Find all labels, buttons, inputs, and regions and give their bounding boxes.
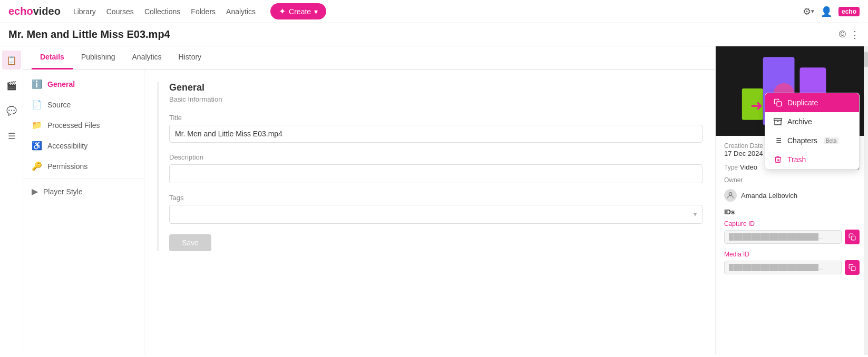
- svg-rect-10: [851, 266, 855, 271]
- dropdown-archive[interactable]: Archive: [765, 112, 859, 131]
- user-button[interactable]: 👤: [821, 6, 832, 17]
- nav-item-permissions[interactable]: 🔑 Permissions: [23, 156, 144, 176]
- icon-strip: 📋 🎬 💬 ☰: [0, 46, 23, 355]
- nav-right: ⚙ ▾ 👤 echo: [803, 6, 860, 17]
- more-options-button[interactable]: ⋮: [850, 29, 860, 41]
- ids-section: IDs Capture ID Media ID: [716, 208, 868, 287]
- page-header: Mr. Men and Little Miss E03.mp4 © ⋮: [0, 23, 868, 46]
- section-subtitle: Basic Information: [169, 95, 703, 103]
- title-group: Title: [169, 114, 703, 143]
- icon-strip-video[interactable]: 🎬: [2, 76, 21, 95]
- nav-label-accessibility: Accessibility: [47, 142, 87, 150]
- gear-icon: ⚙: [803, 6, 811, 17]
- title-label: Title: [169, 114, 703, 122]
- nav-item-general[interactable]: ℹ️ General: [23, 74, 144, 94]
- duplicate-label: Duplicate: [787, 98, 818, 107]
- person-icon: [726, 191, 735, 200]
- type-value-text: Video: [740, 163, 757, 171]
- tags-label: Tags: [169, 194, 703, 202]
- description-input[interactable]: [169, 164, 703, 183]
- nav-label-processed-files: Processed Files: [47, 121, 100, 130]
- title-input[interactable]: [169, 125, 703, 143]
- nav-folders[interactable]: Folders: [191, 7, 216, 16]
- nav-item-source[interactable]: 📄 Source: [23, 94, 144, 115]
- main-layout: 📋 🎬 💬 ☰ Details Publishing Analytics His…: [0, 46, 868, 355]
- dropdown-menu: Duplicate Archive Chapters Beta Trash: [765, 93, 860, 170]
- capture-id-row: [724, 230, 860, 244]
- owner-name: Amanda Leibovich: [741, 192, 797, 200]
- media-id-label: Media ID: [724, 251, 860, 258]
- echo-badge: echo: [838, 7, 860, 16]
- nav-collections[interactable]: Collections: [144, 7, 180, 16]
- tags-dropdown-icon: ▾: [694, 211, 697, 218]
- tab-details[interactable]: Details: [32, 46, 73, 70]
- left-nav-divider: [23, 178, 144, 179]
- duplicate-icon: [774, 98, 782, 107]
- dropdown-duplicate[interactable]: Duplicate: [765, 93, 859, 112]
- tab-analytics[interactable]: Analytics: [124, 46, 170, 70]
- nav-label-source: Source: [47, 101, 71, 109]
- chapters-icon: [774, 136, 782, 145]
- copyright-icon: ©: [839, 29, 846, 40]
- capture-id-label: Capture ID: [724, 220, 860, 227]
- copy-icon: [849, 233, 856, 241]
- nav-courses[interactable]: Courses: [106, 7, 134, 16]
- nav-item-accessibility[interactable]: ♿ Accessibility: [23, 135, 144, 156]
- dropdown-chapters[interactable]: Chapters Beta: [765, 131, 859, 150]
- media-id-input[interactable]: [724, 261, 842, 274]
- left-nav: ℹ️ General 📄 Source 📁 Processed Files ♿ …: [23, 70, 144, 355]
- comment-icon: 💬: [6, 106, 17, 116]
- tags-group: Tags ▾: [169, 194, 703, 224]
- nav-label-player-style: Player Style: [43, 187, 83, 196]
- trash-icon: [774, 155, 782, 164]
- tab-publishing[interactable]: Publishing: [73, 46, 124, 70]
- icon-strip-comments[interactable]: 💬: [2, 101, 21, 120]
- list-icon: ☰: [8, 131, 15, 141]
- nav-label-general: General: [47, 80, 75, 88]
- logo[interactable]: echovideo: [8, 5, 61, 17]
- section-title: General: [169, 82, 703, 93]
- arrow-indicator: ➜: [750, 97, 763, 114]
- details-icon: 📋: [6, 55, 17, 65]
- copy-media-id-button[interactable]: [845, 260, 860, 275]
- nav-item-processed-files[interactable]: 📁 Processed Files: [23, 115, 144, 135]
- tab-history[interactable]: History: [170, 46, 210, 70]
- nav-links: Library Courses Collections Folders Anal…: [73, 3, 326, 19]
- main-content: General Basic Information Title Descript…: [144, 70, 715, 355]
- description-label: Description: [169, 153, 703, 161]
- top-nav: echovideo Library Courses Collections Fo…: [0, 0, 868, 23]
- nav-label-permissions: Permissions: [47, 162, 87, 171]
- general-icon: ℹ️: [32, 79, 42, 89]
- archive-label: Archive: [787, 117, 812, 126]
- icon-strip-details[interactable]: 📋: [2, 51, 21, 70]
- save-button[interactable]: Save: [169, 234, 211, 251]
- logo-video: video: [33, 5, 61, 17]
- settings-button[interactable]: ⚙ ▾: [803, 6, 814, 17]
- user-icon: 👤: [821, 6, 832, 17]
- logo-echo: echo: [8, 5, 33, 17]
- media-id-row: [724, 260, 860, 275]
- dropdown-trash[interactable]: Trash: [765, 150, 859, 169]
- accessibility-icon: ♿: [32, 141, 42, 151]
- capture-id-input[interactable]: [724, 230, 842, 244]
- nav-item-player-style[interactable]: ▶ Player Style: [23, 181, 144, 202]
- description-group: Description: [169, 153, 703, 183]
- svg-point-8: [729, 193, 732, 195]
- copy-capture-id-button[interactable]: [845, 230, 860, 244]
- nav-analytics[interactable]: Analytics: [226, 7, 256, 16]
- source-icon: 📄: [32, 100, 42, 110]
- svg-rect-9: [851, 236, 855, 240]
- nav-library[interactable]: Library: [73, 7, 96, 16]
- archive-icon: [774, 117, 782, 126]
- copyright-button[interactable]: ©: [839, 29, 846, 40]
- create-icon: ✦: [279, 6, 286, 16]
- chapters-label: Chapters: [787, 136, 817, 145]
- tags-input[interactable]: ▾: [169, 205, 703, 224]
- create-button[interactable]: ✦ Create ▾: [270, 3, 326, 19]
- copy-icon-2: [849, 264, 856, 271]
- icon-strip-list[interactable]: ☰: [2, 126, 21, 145]
- page-title: Mr. Men and Little Miss E03.mp4: [8, 28, 170, 41]
- page-header-right: © ⋮: [839, 29, 860, 41]
- processed-files-icon: 📁: [32, 120, 42, 130]
- sidebar-scrollbar[interactable]: [864, 46, 868, 355]
